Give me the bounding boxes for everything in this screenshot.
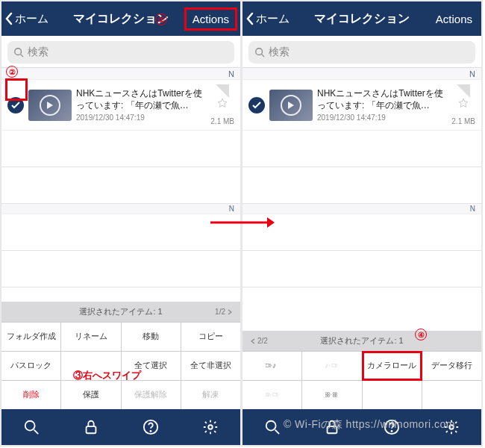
- checkbox-selected[interactable]: [7, 97, 24, 113]
- search-input[interactable]: 検索: [7, 41, 234, 63]
- btn-photo-to-video[interactable]: [242, 381, 301, 409]
- back-button[interactable]: ホーム: [4, 12, 48, 26]
- svg-line-26: [275, 430, 280, 435]
- navbar: ホーム マイコレクション Actions: [242, 1, 481, 36]
- empty-area: N: [242, 131, 481, 331]
- panel-header-text: 選択されたアイテム: 1: [79, 306, 162, 317]
- svg-rect-10: [266, 364, 269, 367]
- search-icon: [254, 47, 265, 57]
- btn-delete[interactable]: 削除: [1, 381, 60, 409]
- search-bar: 検索: [1, 36, 240, 68]
- phone-screen-left: ホーム マイコレクション Actions 検索 N NHKニュースさんはTwit…: [0, 0, 242, 447]
- phone-screen-right: ホーム マイコレクション Actions 検索 N NHKニュースさんはTwit…: [241, 0, 483, 447]
- svg-point-6: [150, 431, 151, 432]
- action-panel-page2: 2/2 選択されたアイテム: 1 カメラロール データ移行: [242, 331, 481, 409]
- toolbar-help[interactable]: [134, 411, 167, 444]
- item-text: NHKニュースさんはTwitterを使っています: 「年の瀬で魚… 2019/1…: [76, 88, 207, 121]
- btn-data-migrate[interactable]: データ移行: [422, 352, 481, 380]
- actions-button[interactable]: Actions: [430, 10, 478, 28]
- svg-rect-17: [325, 393, 327, 394]
- video-thumbnail: [269, 90, 313, 121]
- svg-point-8: [256, 49, 263, 55]
- item-text: NHKニュースさんはTwitterを使っています: 「年の瀬で魚… 2019/1…: [317, 88, 448, 121]
- btn-create-folder[interactable]: フォルダ作成: [1, 323, 60, 351]
- search-icon: [13, 47, 24, 57]
- empty-area: N: [1, 131, 240, 302]
- btn-unprotect[interactable]: 保護解除: [122, 381, 181, 409]
- svg-point-0: [15, 49, 22, 55]
- btn-blank: [363, 381, 422, 409]
- bottom-toolbar: [242, 409, 481, 445]
- svg-point-25: [266, 421, 276, 431]
- item-date: 2019/12/30 14:47:19: [76, 113, 204, 122]
- back-button[interactable]: ホーム: [245, 12, 290, 26]
- svg-rect-24: [335, 395, 337, 396]
- btn-copy[interactable]: コピー: [181, 323, 240, 351]
- dog-ear-icon: [216, 84, 229, 98]
- btn-protect[interactable]: 保護: [61, 381, 120, 409]
- action-panel-page1: 選択されたアイテム: 1 1/2 フォルダ作成 リネーム 移動 コピー パスロッ…: [1, 302, 240, 409]
- dog-ear-icon: [457, 84, 470, 98]
- btn-video-to-audio[interactable]: [242, 352, 301, 380]
- back-label: ホーム: [15, 12, 48, 26]
- section-header: N: [1, 68, 240, 80]
- svg-rect-22: [335, 393, 337, 394]
- svg-rect-23: [333, 395, 334, 396]
- btn-rename[interactable]: リネーム: [61, 323, 120, 351]
- btn-passlock[interactable]: パスロック: [1, 352, 60, 380]
- toolbar-search[interactable]: [15, 411, 48, 444]
- item-title: NHKニュースさんはTwitterを使っています: 「年の瀬で魚…: [76, 88, 204, 111]
- btn-camera-roll[interactable]: カメラロール: [363, 352, 422, 380]
- toolbar-settings[interactable]: [435, 411, 468, 444]
- btn-deselect-all[interactable]: 全て非選択: [181, 352, 240, 380]
- page-indicator[interactable]: 2/2: [250, 337, 268, 345]
- star-icon[interactable]: [458, 98, 469, 108]
- btn-move[interactable]: 移動: [122, 323, 181, 351]
- video-thumbnail: [28, 90, 72, 121]
- btn-select-all[interactable]: 全て選択: [122, 352, 181, 380]
- svg-rect-13: [332, 364, 336, 367]
- page-indicator[interactable]: 1/2: [215, 308, 233, 316]
- svg-point-12: [325, 367, 327, 368]
- search-bar: 検索: [242, 36, 481, 68]
- svg-rect-20: [328, 395, 329, 396]
- svg-point-29: [391, 431, 392, 432]
- svg-point-2: [25, 421, 35, 431]
- svg-point-30: [449, 425, 454, 429]
- actions-button[interactable]: Actions: [184, 7, 237, 31]
- list-item[interactable]: NHKニュースさんはTwitterを使っています: 「年の瀬で魚… 2019/1…: [1, 80, 240, 131]
- svg-point-15: [266, 394, 268, 396]
- svg-line-3: [34, 430, 38, 435]
- svg-rect-14: [266, 393, 269, 396]
- section-header: N: [242, 68, 481, 80]
- bottom-toolbar: [1, 409, 240, 445]
- search-placeholder: 検索: [28, 46, 48, 59]
- toolbar-settings[interactable]: [194, 411, 227, 444]
- btn-audio-to-video[interactable]: [302, 352, 361, 380]
- btn-grid-reorder[interactable]: [302, 381, 361, 409]
- navbar: ホーム マイコレクション Actions: [1, 1, 240, 36]
- toolbar-help[interactable]: [375, 411, 408, 444]
- toolbar-search[interactable]: [256, 411, 289, 444]
- list-item[interactable]: NHKニュースさんはTwitterを使っています: 「年の瀬で魚… 2019/1…: [242, 80, 481, 131]
- search-input[interactable]: 検索: [248, 41, 475, 63]
- transition-arrow-icon: [209, 215, 276, 233]
- panel-header-text: 選択されたアイテム: 1: [320, 335, 403, 346]
- star-icon[interactable]: [217, 98, 228, 108]
- toolbar-lock[interactable]: [75, 411, 107, 444]
- btn-empty: [61, 352, 120, 380]
- svg-point-11: [273, 367, 275, 368]
- page-title: マイコレクション: [314, 11, 410, 27]
- svg-line-1: [21, 55, 24, 57]
- svg-point-7: [208, 425, 213, 429]
- section-marker: N: [1, 204, 240, 214]
- toolbar-lock[interactable]: [316, 411, 348, 444]
- item-size: 2.1 MB: [210, 117, 234, 125]
- svg-line-9: [262, 55, 265, 57]
- svg-rect-18: [328, 393, 329, 394]
- btn-unzip[interactable]: 解凍: [181, 381, 240, 409]
- checkbox-selected[interactable]: [248, 97, 265, 113]
- svg-rect-27: [328, 426, 337, 433]
- section-marker: N: [242, 204, 481, 214]
- svg-rect-21: [333, 393, 334, 394]
